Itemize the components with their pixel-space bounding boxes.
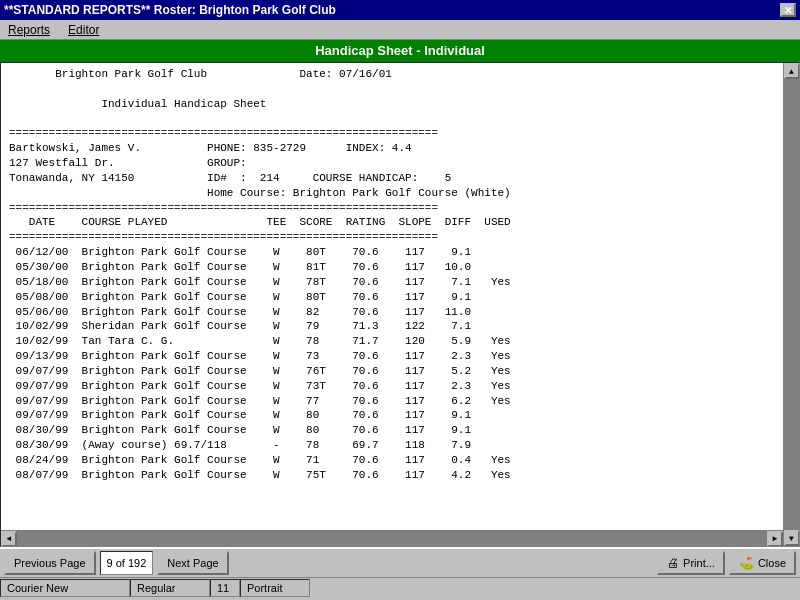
- page-indicator: 9 of 192: [100, 551, 154, 575]
- close-report-button[interactable]: Close: [729, 551, 796, 575]
- print-icon: [667, 556, 679, 570]
- status-size: 11: [210, 579, 240, 597]
- window-title: **STANDARD REPORTS** Roster: Brighton Pa…: [4, 3, 336, 17]
- scroll-up-button[interactable]: ▲: [784, 63, 800, 79]
- print-button[interactable]: Print...: [657, 551, 725, 575]
- bottom-navigation-bar: Previous Page 9 of 192 Next Page Print..…: [0, 547, 800, 577]
- close-flag-icon: [739, 556, 754, 570]
- scroll-track-vertical[interactable]: [784, 79, 800, 530]
- status-style: Regular: [130, 579, 210, 597]
- horizontal-scrollbar[interactable]: ◄ ►: [1, 530, 783, 546]
- close-window-button[interactable]: ✕: [780, 3, 796, 17]
- scroll-left-button[interactable]: ◄: [1, 531, 17, 547]
- print-label: Print...: [683, 557, 715, 569]
- report-header-bar: Handicap Sheet - Individual: [0, 40, 800, 62]
- menu-reports[interactable]: Reports: [4, 22, 54, 38]
- close-label: Close: [758, 557, 786, 569]
- menu-bar: Reports Editor: [0, 20, 800, 40]
- scroll-down-button[interactable]: ▼: [784, 530, 800, 546]
- status-bar: Courier New Regular 11 Portrait: [0, 577, 800, 597]
- content-area: Brighton Park Golf Club Date: 07/16/01 I…: [0, 62, 800, 547]
- menu-editor[interactable]: Editor: [64, 22, 103, 38]
- scroll-right-button[interactable]: ►: [767, 531, 783, 547]
- next-page-button[interactable]: Next Page: [157, 551, 228, 575]
- previous-page-button[interactable]: Previous Page: [4, 551, 96, 575]
- status-orientation: Portrait: [240, 579, 310, 597]
- title-bar: **STANDARD REPORTS** Roster: Brighton Pa…: [0, 0, 800, 20]
- vertical-scrollbar[interactable]: ▲ ▼: [783, 63, 799, 546]
- report-title: Handicap Sheet - Individual: [315, 43, 485, 58]
- status-font: Courier New: [0, 579, 130, 597]
- report-text: Brighton Park Golf Club Date: 07/16/01 I…: [1, 63, 783, 530]
- scroll-track-horizontal[interactable]: [17, 531, 767, 547]
